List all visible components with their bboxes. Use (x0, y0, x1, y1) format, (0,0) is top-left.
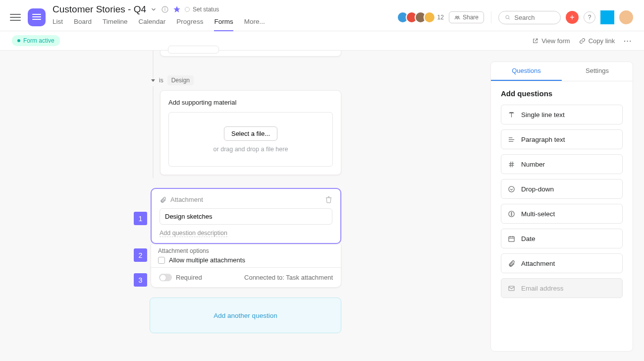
question-type-label: Number (521, 161, 545, 168)
search-icon (505, 14, 510, 21)
step-marker-2: 2 (134, 248, 147, 262)
title-chevron-icon[interactable] (150, 6, 157, 13)
collaborator-avatars[interactable]: 12 (400, 11, 444, 23)
more-menu[interactable]: ··· (624, 37, 632, 45)
copy-link[interactable]: Copy link (579, 37, 615, 45)
link-icon (579, 38, 586, 44)
star-icon[interactable] (173, 5, 181, 13)
view-form-label: View form (541, 37, 570, 45)
required-toggle[interactable] (159, 274, 172, 281)
svg-line-13 (510, 161, 511, 167)
status-circle-icon (185, 7, 190, 12)
form-status-badge: Form active (12, 35, 60, 46)
number-icon (507, 160, 515, 168)
options-title: Attachment options (158, 247, 333, 254)
delete-question-button[interactable] (325, 196, 332, 203)
people-icon (454, 14, 460, 20)
sidepanel-title: Add questions (501, 89, 623, 98)
svg-point-5 (457, 16, 459, 18)
question-type-label: Attachment (521, 260, 555, 267)
add-another-question[interactable]: Add another question (150, 298, 341, 333)
checkbox[interactable] (158, 257, 165, 264)
search-box[interactable] (498, 11, 561, 24)
page-title: Customer Stories - Q4 (53, 4, 146, 15)
tab-list[interactable]: List (53, 18, 63, 31)
view-form-link[interactable]: View form (532, 37, 570, 45)
org-switcher[interactable] (600, 10, 614, 24)
help-button[interactable]: ? (584, 11, 595, 23)
tab-forms[interactable]: Forms (214, 18, 233, 31)
email-icon (507, 284, 515, 292)
set-status-label: Set status (193, 6, 219, 13)
question-type-multiselect[interactable]: Multi-select (501, 204, 623, 224)
search-input[interactable] (514, 14, 554, 21)
form-status-label: Form active (23, 37, 54, 44)
project-icon (28, 8, 46, 26)
step-marker-1: 1 (134, 212, 147, 225)
step-marker-3: 3 (134, 273, 147, 287)
info-icon[interactable] (161, 5, 169, 13)
global-add-button[interactable]: + (566, 11, 579, 24)
drop-hint: or drag and drop a file here (214, 146, 288, 153)
svg-line-14 (512, 161, 512, 167)
tab-board[interactable]: Board (74, 18, 92, 31)
allow-multiple-row[interactable]: Allow multiple attachments (158, 256, 333, 264)
sidepanel-tab-questions[interactable]: Questions (491, 62, 562, 81)
sidepanel-tabs: QuestionsSettings (491, 62, 633, 81)
question-type-label: Multi-select (521, 210, 555, 218)
question-type-label: Attachment (170, 196, 203, 203)
hamburger-menu[interactable] (10, 14, 21, 21)
multiselect-icon (507, 210, 515, 218)
question-title-input[interactable] (160, 208, 332, 225)
allow-multiple-label: Allow multiple attachments (169, 256, 245, 264)
question-options: Attachment options Allow multiple attach… (151, 244, 341, 269)
svg-point-15 (508, 186, 514, 191)
external-icon (532, 38, 538, 44)
copy-link-label: Copy link (589, 37, 615, 45)
question-card[interactable]: Attachment Add question description (151, 188, 341, 244)
required-label: Required (176, 274, 202, 281)
question-type-number[interactable]: Number (501, 154, 623, 174)
question-type-date[interactable]: Date (501, 229, 623, 248)
tab-more[interactable]: More... (244, 18, 265, 31)
date-icon (507, 235, 515, 242)
svg-marker-3 (173, 6, 180, 12)
question-type-label: Drop-down (521, 185, 554, 193)
avatar-count: 12 (437, 14, 444, 21)
tab-calendar[interactable]: Calendar (139, 18, 166, 31)
trash-icon (325, 196, 332, 203)
branch-condition[interactable]: is Design (151, 75, 194, 85)
file-dropzone[interactable]: Select a file... or drag and drop a file… (168, 112, 333, 167)
paragraph-icon (507, 135, 515, 143)
add-description-link[interactable]: Add question description (160, 230, 227, 237)
previous-card-field (168, 46, 219, 54)
share-button[interactable]: Share (449, 11, 484, 23)
question-type-dropdown[interactable]: Drop-down (501, 179, 623, 199)
divider (491, 11, 491, 23)
svg-point-17 (511, 212, 511, 213)
tab-progress[interactable]: Progress (176, 18, 203, 31)
set-status[interactable]: Set status (185, 6, 219, 13)
main-tabs: ListBoardTimelineCalendarProgressFormsMo… (53, 18, 265, 31)
question-type-label: Email address (521, 285, 564, 292)
tab-timeline[interactable]: Timeline (103, 18, 128, 31)
question-footer: Required Connected to: Task attachment (151, 267, 341, 288)
branch-value: Design (167, 75, 194, 85)
question-type-list: Single line textParagraph textNumberDrop… (501, 105, 623, 298)
supporting-material-card: Add supporting material Select a file...… (160, 90, 341, 175)
avatar (424, 11, 435, 23)
question-type-label: Date (521, 235, 536, 242)
sidepanel-tab-settings[interactable]: Settings (562, 62, 633, 81)
svg-point-19 (511, 215, 511, 215)
question-type-text[interactable]: Single line text (501, 105, 623, 124)
branch-line (153, 86, 154, 178)
attachment-icon (160, 196, 166, 203)
select-file-button[interactable]: Select a file... (224, 126, 277, 141)
question-type-attachment[interactable]: Attachment (501, 253, 623, 273)
attachment-icon (507, 259, 515, 267)
current-user-avatar[interactable] (619, 10, 633, 24)
question-type-paragraph[interactable]: Paragraph text (501, 129, 623, 149)
question-type-email: Email address (501, 278, 623, 298)
share-label: Share (463, 14, 479, 21)
question-type-label: Single line text (521, 111, 565, 119)
